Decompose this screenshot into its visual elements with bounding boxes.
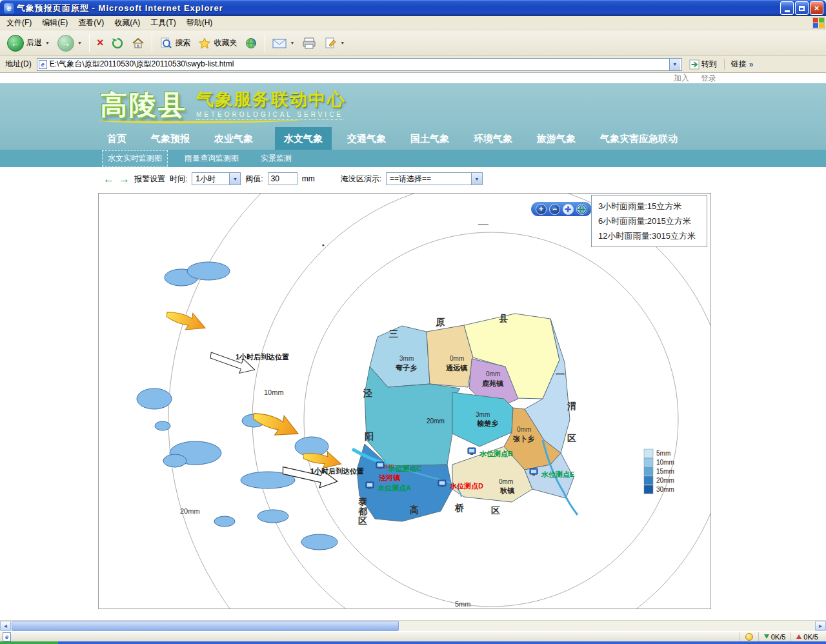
stop-icon: ×: [97, 36, 104, 50]
menu-tools[interactable]: 工具(T): [145, 16, 181, 30]
menu-bar: 文件(F) 编辑(E) 查看(V) 收藏(A) 工具(T) 帮助(H): [0, 16, 826, 30]
close-button[interactable]: ×: [810, 1, 823, 15]
nav-agriculture[interactable]: 农业气象: [212, 127, 256, 150]
next-arrow-button[interactable]: →: [119, 174, 130, 185]
nav-land[interactable]: 国土气象: [408, 127, 452, 150]
edit-dropdown-icon[interactable]: ▼: [340, 41, 345, 45]
toolbar-separator: [265, 34, 265, 52]
subnav-realtime-monitor[interactable]: 水文实时监测图: [102, 150, 168, 166]
browser-window: e 气象预报页面原型 - Microsoft Internet Explorer…: [0, 0, 826, 644]
minimize-button[interactable]: [780, 1, 794, 15]
nav-home[interactable]: 首页: [105, 127, 129, 150]
mail-icon: [272, 38, 287, 48]
address-input[interactable]: e E:\气象台\原型20110530\原型20110530\swyb-list…: [37, 58, 682, 71]
svg-text:阳: 阳: [365, 431, 374, 441]
maximize-button[interactable]: [795, 1, 809, 15]
nav-weather-forecast[interactable]: 气象预报: [148, 127, 192, 150]
subnav-live-view[interactable]: 实景监测: [256, 151, 297, 166]
control-row: ← → 报警设置 时间: 1小时 ▼ 阀值: 30 mm 淹没区演示: ==请选…: [0, 167, 826, 190]
download-indicator: 0K/5: [758, 632, 791, 641]
edit-button[interactable]: ▼: [321, 32, 348, 54]
mail-button[interactable]: ▼: [269, 32, 297, 54]
print-button[interactable]: [299, 32, 319, 54]
scroll-left-button[interactable]: ◄: [0, 621, 11, 631]
menu-help[interactable]: 帮助(H): [181, 16, 218, 30]
back-button[interactable]: ← 后退 ▼: [4, 32, 53, 54]
join-link[interactable]: 加入: [674, 73, 689, 84]
globe-icon: [578, 205, 586, 214]
star-icon: [198, 37, 211, 50]
subnav-rainfall-query[interactable]: 雨量查询监测图: [179, 151, 244, 166]
logo-title: 气象服务联动中心: [196, 90, 346, 110]
scroll-right-button[interactable]: ►: [815, 621, 826, 631]
upload-arrow-icon: [796, 634, 801, 639]
time-select-arrow-icon[interactable]: ▼: [229, 173, 240, 185]
scrollbar-thumb[interactable]: [12, 621, 399, 631]
refresh-button[interactable]: [108, 32, 127, 54]
svg-text:都: 都: [358, 506, 368, 516]
station-B[interactable]: 水位测点B: [468, 448, 513, 458]
zoom-out-button[interactable]: −: [549, 204, 560, 215]
menu-view[interactable]: 查看(V): [73, 16, 109, 30]
time-select[interactable]: 1小时 ▼: [192, 172, 241, 185]
svg-text:泾: 泾: [363, 388, 372, 398]
hydrology-map: 1小时后到达位置 1小时后到达位置 10mm 20mm 5mm 三 原 县 一 …: [99, 194, 710, 609]
flood-select-arrow-icon[interactable]: ▼: [471, 173, 482, 185]
go-button[interactable]: 转到: [685, 57, 721, 71]
stop-button[interactable]: ×: [94, 32, 107, 54]
favorites-button[interactable]: 收藏夹: [195, 32, 240, 54]
links-more-icon[interactable]: »: [749, 60, 754, 69]
scrollbar-track[interactable]: [11, 621, 815, 631]
svg-text:区: 区: [358, 516, 367, 526]
svg-text:3mm: 3mm: [399, 355, 414, 362]
svg-text:0mm: 0mm: [517, 426, 531, 433]
nav-hydrology[interactable]: 水文气象: [275, 127, 332, 150]
svg-text:5mm: 5mm: [656, 450, 670, 457]
forward-button[interactable]: → ▼: [54, 32, 85, 54]
nav-environment[interactable]: 环境气象: [471, 127, 515, 150]
menu-file[interactable]: 文件(F): [1, 16, 37, 30]
address-dropdown-button[interactable]: ▼: [669, 59, 680, 70]
svg-text:区: 区: [491, 505, 500, 516]
ring-label-5mm: 5mm: [455, 600, 470, 608]
svg-text:榆楚乡: 榆楚乡: [476, 419, 498, 427]
svg-text:原: 原: [435, 317, 445, 327]
svg-text:0mm: 0mm: [499, 478, 513, 485]
history-globe-icon: [245, 37, 257, 50]
home-button[interactable]: [128, 32, 148, 54]
back-dropdown-icon[interactable]: ▼: [45, 41, 50, 45]
rainfall-legend-labels: 5mm 10mm 15mm 20mm 30mm: [656, 450, 674, 493]
status-bar: e 0K/5 0K/5: [0, 631, 826, 641]
zoom-in-button[interactable]: +: [536, 204, 547, 215]
svg-text:15mm: 15mm: [656, 468, 674, 475]
svg-text:三: 三: [389, 328, 398, 339]
info-line-12h: 12小时面雨量:3015立方米: [598, 228, 700, 243]
sub-nav: 水文实时监测图 雨量查询监测图 实景监测: [0, 150, 826, 167]
arrival-label-1: 1小时后到达位置: [236, 353, 289, 361]
threshold-input[interactable]: 30: [268, 172, 297, 185]
center-rain-label: 20mm: [427, 418, 445, 425]
nav-disaster-response[interactable]: 气象灾害应急联动: [598, 127, 680, 150]
nav-tourism[interactable]: 旅游气象: [534, 127, 578, 150]
full-extent-button[interactable]: [576, 204, 587, 215]
pan-hand-icon: [565, 206, 572, 213]
forward-dropdown-icon[interactable]: ▼: [77, 41, 82, 45]
prev-arrow-button[interactable]: ←: [103, 174, 114, 185]
windows-logo-icon: [812, 17, 825, 29]
search-button[interactable]: 搜索: [156, 32, 194, 54]
mail-dropdown-icon[interactable]: ▼: [290, 41, 294, 45]
login-link[interactable]: 登录: [701, 73, 716, 84]
menu-favorites[interactable]: 收藏(A): [109, 16, 145, 30]
links-bar[interactable]: 链接 »: [724, 59, 758, 70]
svg-text:耿镇: 耿镇: [499, 487, 515, 494]
nav-traffic[interactable]: 交通气象: [345, 127, 388, 150]
search-icon: [159, 37, 172, 50]
pan-button[interactable]: [563, 204, 574, 215]
horizontal-scrollbar[interactable]: ◄ ►: [0, 620, 826, 631]
map-area[interactable]: 1小时后到达位置 1小时后到达位置 10mm 20mm 5mm 三 原 县 一 …: [98, 193, 711, 609]
ring-label-20mm: 20mm: [180, 507, 200, 515]
flood-area-select[interactable]: ==请选择== ▼: [386, 172, 483, 185]
menu-edit[interactable]: 编辑(E): [37, 16, 73, 30]
history-button[interactable]: [241, 32, 261, 54]
svg-text:0mm: 0mm: [486, 370, 500, 377]
